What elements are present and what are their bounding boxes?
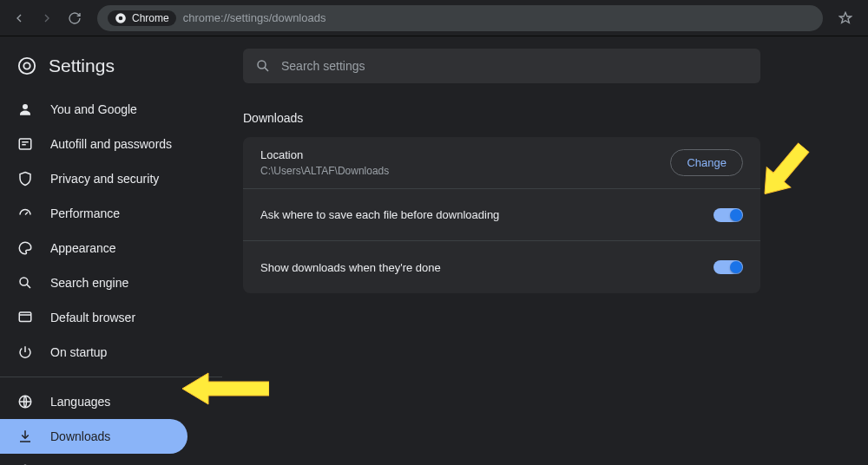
- svg-point-2: [19, 58, 35, 74]
- nav-item-accessibility[interactable]: Accessibility: [0, 454, 222, 465]
- chrome-icon: [115, 12, 127, 24]
- nav-item-privacy[interactable]: Privacy and security: [0, 161, 222, 196]
- content-area: Downloads Location C:\Users\ALTAF\Downlo…: [222, 36, 868, 465]
- nav-item-search-engine[interactable]: Search engine: [0, 265, 222, 300]
- forward-button[interactable]: [35, 6, 59, 30]
- url-text: chrome://settings/downloads: [183, 11, 326, 24]
- nav-item-default-browser[interactable]: Default browser: [0, 300, 222, 335]
- address-bar[interactable]: Chrome chrome://settings/downloads: [97, 5, 823, 31]
- svg-point-4: [23, 104, 28, 109]
- search-icon: [255, 58, 271, 74]
- browser-icon: [17, 310, 33, 325]
- show-row: Show downloads when they're done: [243, 241, 760, 293]
- nav-item-on-startup[interactable]: On startup: [0, 335, 222, 370]
- ask-row: Ask where to save each file before downl…: [243, 189, 760, 241]
- settings-icon: [17, 56, 36, 75]
- app-title-row: Settings: [0, 49, 222, 92]
- browser-toolbar: Chrome chrome://settings/downloads: [0, 0, 868, 36]
- bookmark-button[interactable]: [833, 6, 858, 30]
- change-button[interactable]: Change: [670, 149, 743, 176]
- show-toggle[interactable]: [713, 260, 743, 274]
- nav-item-performance[interactable]: Performance: [0, 196, 222, 231]
- svg-line-9: [27, 285, 30, 288]
- nav-divider: [0, 377, 222, 377]
- location-path: C:\Users\ALTAF\Downloads: [260, 165, 389, 177]
- back-button[interactable]: [7, 6, 31, 30]
- site-chip[interactable]: Chrome: [108, 10, 176, 26]
- app-title: Settings: [49, 56, 115, 76]
- svg-point-14: [258, 61, 266, 69]
- nav-item-appearance[interactable]: Appearance: [0, 231, 222, 265]
- reload-button[interactable]: [62, 6, 87, 30]
- svg-point-3: [23, 62, 30, 69]
- chip-label: Chrome: [132, 12, 169, 24]
- autofill-icon: [17, 136, 33, 152]
- svg-point-8: [20, 278, 28, 285]
- nav-item-languages[interactable]: Languages: [0, 384, 222, 419]
- ask-toggle[interactable]: [713, 208, 743, 222]
- person-icon: [17, 102, 33, 117]
- nav-item-autofill[interactable]: Autofill and passwords: [0, 127, 222, 161]
- shield-icon: [17, 171, 33, 187]
- location-row: Location C:\Users\ALTAF\Downloads Change: [243, 137, 760, 189]
- svg-rect-10: [19, 312, 31, 322]
- settings-sidebar: Settings You and Google Autofill and pas…: [0, 36, 222, 465]
- download-icon: [17, 429, 33, 444]
- settings-search[interactable]: [243, 49, 760, 83]
- power-icon: [17, 344, 33, 360]
- speedometer-icon: [17, 206, 33, 221]
- location-label: Location: [260, 148, 389, 161]
- globe-icon: [17, 394, 33, 409]
- downloads-card: Location C:\Users\ALTAF\Downloads Change…: [243, 137, 760, 293]
- svg-line-15: [265, 68, 268, 71]
- svg-point-1: [119, 16, 123, 20]
- section-title: Downloads: [243, 111, 847, 125]
- search-input[interactable]: [281, 59, 748, 73]
- nav-item-you-and-google[interactable]: You and Google: [0, 92, 222, 127]
- nav-item-downloads[interactable]: Downloads: [0, 419, 187, 454]
- palette-icon: [17, 240, 33, 256]
- search-icon: [17, 275, 33, 291]
